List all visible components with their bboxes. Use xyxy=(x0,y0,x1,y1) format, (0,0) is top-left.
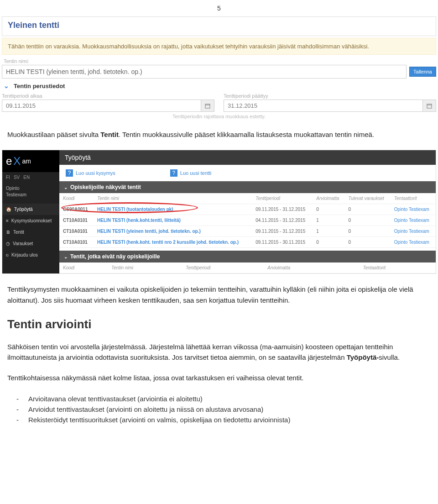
paragraph-editing-effect: Tenttikysymysten muokkaaminen ei vaikuta… xyxy=(7,284,431,305)
warning-box: Tähän tenttiin on varauksia. Muokkausmah… xyxy=(2,38,436,55)
cell-pending: 0 xyxy=(313,204,344,215)
table-row: CT10A0101 HELIN TESTI (henk.koht. tentti… xyxy=(59,237,436,248)
section-hidden-exams[interactable]: ⌄ Tentit, jotka eivät näy opiskelijoille xyxy=(59,251,436,262)
cell-pending: 1 xyxy=(313,226,344,237)
accordion-basic-info[interactable]: ⌄ Tentin perustiedot xyxy=(0,79,438,93)
sidebar-item-logout[interactable]: ⎋ Kirjaudu ulos xyxy=(2,249,59,261)
cell-code: CT10A0101 xyxy=(59,237,94,248)
cell-examiner[interactable]: Opinto Testiexam xyxy=(391,204,436,215)
visible-exams-table: KoodiTentin nimiTenttiperiodiArvioimatta… xyxy=(59,193,436,248)
assessment-list: -Arvioitavana olevat tenttivastaukset (a… xyxy=(16,394,422,425)
plus-icon: ? xyxy=(170,169,177,177)
exam-name-label: Tentin nimi: xyxy=(4,58,434,64)
exam-name-input[interactable] xyxy=(2,65,407,79)
cell-pending: 1 xyxy=(313,215,344,226)
current-user: OpintoTestiexam xyxy=(2,183,59,201)
home-icon: 🏠 xyxy=(6,207,11,212)
paragraph-edit-mode: Muokkaustilaan pääset sivulta Tentit. Te… xyxy=(7,129,431,140)
heading-assessment: Tentin arviointi xyxy=(7,317,431,331)
sidebar: eXam FISVEN OpintoTestiexam 🏠 Työpöytä ≡… xyxy=(2,150,59,273)
list-item: -Rekisteröidyt tenttisuoritukset (arvioi… xyxy=(16,415,422,425)
list-item: -Arvioitavana olevat tenttivastaukset (a… xyxy=(16,394,422,404)
sidebar-item-drafts[interactable]: ≡ Kysymysluonnokset xyxy=(2,215,59,226)
page-number: 5 xyxy=(0,5,438,12)
period-start-input[interactable] xyxy=(2,100,201,111)
exam-type-title: Yleinen tentti xyxy=(8,21,430,30)
dashboard-screenshot: eXam FISVEN OpintoTestiexam 🏠 Työpöytä ≡… xyxy=(2,150,436,274)
cell-period: 04.11.2015 - 31.12.2015 xyxy=(252,215,313,226)
chevron-down-icon: ⌄ xyxy=(4,82,9,89)
cell-exam-name[interactable]: HELIN TESTI (henk.koht. tentti nro 2 kur… xyxy=(94,237,252,248)
period-start-label: Tenttiperiodi alkaa xyxy=(2,93,214,99)
period-end-label: Tenttiperiodi päättyy xyxy=(224,93,436,99)
svg-rect-2 xyxy=(427,104,432,108)
cell-examiner[interactable]: Opinto Testiexam xyxy=(391,237,436,248)
table-row: CT10A0101 HELIN TESTI (henk.koht.tentti,… xyxy=(59,215,436,226)
sidebar-item-exams[interactable]: 🗎 Tentit xyxy=(2,226,59,238)
sidebar-item-reservations[interactable]: ◷ Varaukset xyxy=(2,238,59,249)
cell-exam-name[interactable]: HELIN TESTI (tuotantotalouden pk) xyxy=(94,204,252,215)
cell-upcoming: 0 xyxy=(345,215,391,226)
create-question-button[interactable]: ? Luo uusi kysymys xyxy=(66,169,115,177)
cell-period: 09.11.2015 - 30.11.2015 xyxy=(252,237,313,248)
cell-examiner[interactable]: Opinto Testiexam xyxy=(391,215,436,226)
restriction-note: Tenttiperiodin rajoittava muokkaus estet… xyxy=(0,114,438,119)
chevron-down-icon: ⌄ xyxy=(64,185,68,190)
cell-code: CT10A0101 xyxy=(59,215,94,226)
list-item: -Arvioidut tenttivastaukset (arviointi o… xyxy=(16,404,422,415)
calendar-icon[interactable] xyxy=(422,100,436,111)
accordion-title: Tentin perustiedot xyxy=(14,83,65,89)
language-switch[interactable]: FISVEN xyxy=(2,172,59,183)
logout-icon: ⎋ xyxy=(6,252,9,257)
cell-code: CS90A0011 xyxy=(59,204,94,215)
calendar-icon[interactable] xyxy=(201,100,214,111)
sidebar-item-dashboard[interactable]: 🏠 Työpöytä xyxy=(2,204,59,215)
cell-exam-name[interactable]: HELIN TESTI (henk.koht.tentti, liitteitä… xyxy=(94,215,252,226)
save-button[interactable]: Tallenna xyxy=(409,67,436,77)
cell-pending: 0 xyxy=(313,237,344,248)
list-icon: ≡ xyxy=(6,218,9,223)
document-icon: 🗎 xyxy=(6,230,10,235)
table-row: CS90A0011 HELIN TESTI (tuotantotalouden … xyxy=(59,204,436,215)
cell-upcoming: 0 xyxy=(345,237,391,248)
app-logo: eXam xyxy=(2,150,59,172)
cell-code: CT10A0101 xyxy=(59,226,94,237)
cell-period: 09.11.2015 - 31.12.2015 xyxy=(252,204,313,215)
cell-period: 09.11.2015 - 31.12.2015 xyxy=(252,226,313,237)
create-exam-button[interactable]: ? Luo uusi tentti xyxy=(170,169,212,177)
hidden-exams-table: KoodiTentin nimiTenttiperiodiArvioimatta… xyxy=(59,262,436,273)
cell-upcoming: 0 xyxy=(345,226,391,237)
cell-exam-name[interactable]: HELIN TESTI (yleinen tentti, johd. tieto… xyxy=(94,226,252,237)
exam-type-banner: Yleinen tentti xyxy=(2,16,436,36)
dashboard-title: Työpöytä xyxy=(59,150,436,165)
period-end-input[interactable] xyxy=(224,100,422,111)
section-visible-exams[interactable]: ⌄ Opiskelijoille näkyvät tentit xyxy=(59,181,436,193)
paragraph-three-lists: Tenttikohtaisessa näkymässä näet kolme l… xyxy=(7,373,431,383)
cell-examiner[interactable]: Opinto Testiexam xyxy=(391,226,436,237)
svg-rect-0 xyxy=(205,104,210,108)
paragraph-assessment-intro: Sähköisen tentin voi arvostella järjeste… xyxy=(7,341,431,363)
chevron-down-icon: ⌄ xyxy=(64,254,68,259)
plus-icon: ? xyxy=(66,169,73,177)
cell-upcoming: 0 xyxy=(345,204,391,215)
clock-icon: ◷ xyxy=(6,241,10,246)
table-row: CT10A0101 HELIN TESTI (yleinen tentti, j… xyxy=(59,226,436,237)
